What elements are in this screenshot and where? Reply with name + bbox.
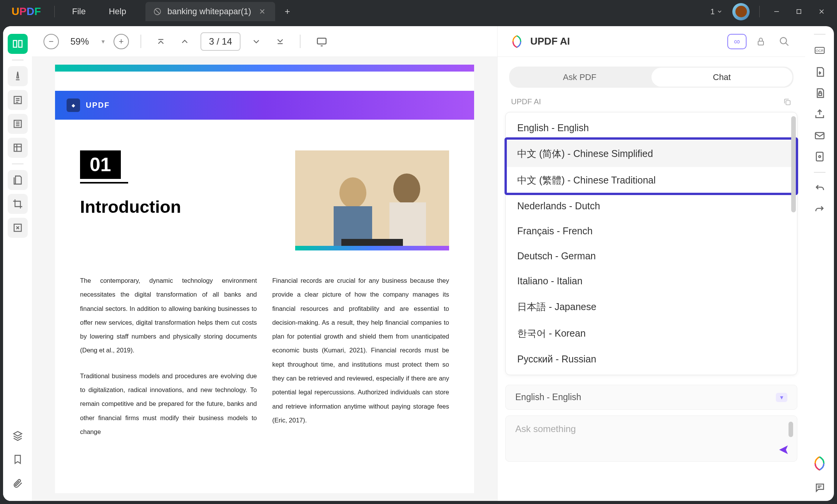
document-page[interactable]: ◆ UPDF 01 Introduction (32, 57, 497, 501)
ai-panel-title: UPDF AI (530, 35, 722, 47)
language-selector[interactable]: English - English ▼ (505, 385, 797, 410)
new-tab-button[interactable]: + (275, 6, 300, 17)
bookmark-button[interactable] (8, 449, 28, 469)
brand-text: UPDF (86, 101, 110, 110)
svg-point-7 (339, 177, 366, 208)
user-avatar[interactable] (732, 3, 750, 20)
chevron-down-icon: ▼ (776, 393, 787, 402)
titlebar: UPDF File Help banking whitepapar(1) ✕ +… (0, 0, 837, 23)
page-indicator[interactable]: 3 / 14 (200, 32, 241, 51)
section-number: 01 (80, 150, 121, 179)
page-header: ◆ UPDF (55, 91, 474, 120)
svg-rect-1 (797, 10, 801, 14)
svg-rect-19 (816, 152, 823, 161)
ai-assistant-button[interactable] (811, 455, 828, 472)
tab-chat[interactable]: Chat (652, 68, 793, 87)
document-icon (153, 7, 162, 16)
ai-logo-icon (509, 34, 525, 49)
menu-help[interactable]: Help (97, 7, 138, 17)
svg-rect-5 (317, 38, 326, 44)
menu-file[interactable]: File (60, 7, 97, 17)
ai-unlimited-button[interactable]: ∞ (727, 34, 747, 49)
svg-point-13 (780, 37, 787, 43)
prev-page-button[interactable] (177, 37, 193, 47)
crop-tool-button[interactable] (8, 194, 28, 214)
send-button[interactable] (778, 444, 789, 456)
right-sidebar: OCR (805, 26, 834, 501)
ai-panel: UPDF AI ∞ Ask PDF Chat UPDF AI (497, 26, 805, 501)
ask-placeholder: Ask something (515, 424, 576, 434)
text-tool-button[interactable] (8, 114, 28, 134)
document-tab[interactable]: banking whitepapar(1) ✕ (145, 2, 275, 21)
left-sidebar (3, 26, 32, 501)
close-button[interactable] (810, 8, 833, 15)
language-option[interactable]: 日本語 - Japanese (506, 294, 797, 320)
highlight-tool-button[interactable] (8, 66, 28, 86)
language-option[interactable]: Nederlands - Dutch (506, 194, 797, 219)
language-option[interactable]: English - English (506, 115, 797, 140)
redo-button[interactable] (814, 204, 825, 215)
presentation-button[interactable] (312, 36, 331, 47)
zoom-dropdown[interactable]: ▼ (100, 38, 106, 45)
svg-rect-18 (815, 133, 824, 139)
window-count[interactable]: 1 (705, 7, 728, 16)
scrollbar[interactable] (791, 116, 796, 212)
last-page-button[interactable] (272, 37, 288, 47)
brand-icon: ◆ (67, 98, 80, 112)
protect-button[interactable] (814, 87, 825, 99)
search-icon[interactable] (775, 36, 794, 47)
copy-icon[interactable] (783, 98, 792, 106)
annotate-tool-button[interactable] (8, 90, 28, 110)
app-logo: UPDF (4, 5, 48, 18)
svg-rect-17 (819, 93, 822, 95)
attachment-button[interactable] (8, 473, 28, 493)
ocr-button[interactable]: OCR (814, 44, 826, 57)
language-option[interactable]: Italiano - Italian (506, 269, 797, 294)
language-option[interactable]: 한국어 - Korean (506, 320, 797, 347)
divider (54, 6, 55, 17)
layers-button[interactable] (8, 426, 28, 446)
section-title: Introduction (80, 197, 280, 217)
svg-rect-14 (786, 100, 790, 105)
tab-ask-pdf[interactable]: Ask PDF (509, 67, 650, 88)
language-option[interactable]: Русский - Russian (506, 347, 797, 372)
ai-section-label: UPDF AI (511, 97, 541, 106)
email-button[interactable] (814, 130, 825, 141)
svg-text:OCR: OCR (815, 49, 824, 53)
hero-image (295, 150, 449, 250)
svg-point-20 (819, 156, 820, 158)
minimize-button[interactable] (765, 8, 788, 15)
next-page-button[interactable] (248, 37, 264, 47)
zoom-out-button[interactable]: − (43, 34, 59, 49)
tab-close-button[interactable]: ✕ (257, 7, 267, 16)
body-text: The contemporary, dynamic technology env… (55, 262, 474, 462)
ai-tabs: Ask PDF Chat (509, 67, 794, 88)
share-button[interactable] (814, 108, 825, 120)
language-option[interactable]: 中文 (简体) - Chinese Simplified (506, 140, 797, 167)
reader-mode-button[interactable] (8, 34, 28, 54)
print-button[interactable] (814, 151, 825, 162)
divider (759, 6, 760, 17)
svg-rect-12 (758, 41, 763, 45)
scrollbar[interactable] (789, 422, 793, 437)
maximize-button[interactable] (788, 8, 810, 15)
ask-input[interactable]: Ask something (505, 416, 797, 462)
gradient-decoration (55, 65, 474, 72)
language-option[interactable]: Français - French (506, 219, 797, 244)
first-page-button[interactable] (153, 37, 169, 47)
undo-button[interactable] (814, 182, 825, 194)
language-dropdown-list: English - English 中文 (简体) - Chinese Simp… (505, 112, 797, 375)
language-option[interactable]: Deutsch - German (506, 244, 797, 269)
zoom-value: 59% (67, 36, 93, 47)
svg-point-9 (393, 174, 420, 204)
convert-button[interactable] (814, 66, 825, 78)
form-tool-button[interactable] (8, 138, 28, 158)
tab-title: banking whitepapar(1) (167, 7, 251, 17)
language-option[interactable]: 中文 (繁體) - Chinese Traditional (506, 167, 797, 194)
document-toolbar: − 59% ▼ + 3 / 14 (32, 26, 497, 57)
lock-icon[interactable] (752, 37, 769, 46)
pages-tool-button[interactable] (8, 170, 28, 190)
comments-button[interactable] (814, 482, 825, 493)
zoom-in-button[interactable]: + (114, 34, 129, 49)
compress-tool-button[interactable] (8, 218, 28, 238)
